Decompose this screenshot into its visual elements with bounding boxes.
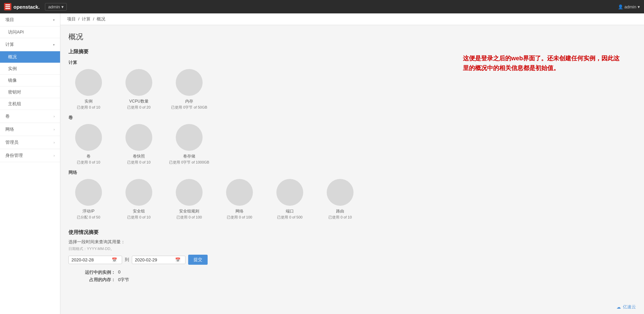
topbar-logo: openstack. [4,3,40,10]
user-icon: 👤 [618,4,623,9]
gauge-value-router: 已使用 0 of 10 [328,215,352,220]
gauge-value-floating-ip: 已分配 0 of 50 [77,215,100,220]
sidebar-admin-label: 管理员 [5,139,18,145]
sidebar-network-label: 网络 [5,126,14,132]
date-row: 📅 到 📅 提交 [68,255,636,265]
end-date-input[interactable] [135,257,175,262]
stats-used-memory: 占用的内存： 0字节 [68,277,636,283]
gauge-circle-port [276,179,303,206]
sidebar-volumes-label: 卷 [5,113,10,119]
gauge-floating-ip: 浮动IP 已分配 0 of 50 [68,179,109,220]
gauge-router: 路由 已使用 0 of 10 [320,179,360,220]
gauge-value-instances: 已使用 0 of 10 [77,105,100,110]
gauge-value-network: 已使用 0 of 100 [227,215,252,220]
date-separator: 到 [125,257,129,263]
sidebar-admin-section[interactable]: 管理员 › [0,136,60,149]
gauge-value-memory: 已使用 0字节 of 50GB [171,105,207,110]
gauge-circle-router [327,179,354,206]
usage-summary-section: 使用情况摘要 选择一段时间来查询其用量： 日期格式：YYYY-MM-DD。 📅 … [68,229,636,283]
logo-text: openstack. [13,4,40,10]
sidebar-item-overview[interactable]: 概况 [0,51,60,63]
svg-rect-2 [5,8,10,9]
gauge-value-volumes: 已使用 0 of 10 [77,160,100,165]
network-gauge-row: 浮动IP 已分配 0 of 50 安全组 已使用 0 of 10 安全组规则 已… [68,179,636,220]
gauge-memory: 内存 已使用 0字节 of 50GB [169,69,209,110]
volumes-gauge-row: 卷 已使用 0 of 10 卷快照 已使用 0 of 10 卷存储 已使用 0字… [68,124,636,165]
gauge-label-snapshots: 卷快照 [133,153,145,159]
page-title: 概况 [68,32,636,42]
gauge-label-volumes: 卷 [87,153,91,159]
topbar-user-chevron: ▾ [638,4,640,9]
calendar-icon-end[interactable]: 📅 [175,257,180,262]
end-date-input-wrap[interactable]: 📅 [132,256,185,264]
topbar-user-menu[interactable]: 👤 admin ▾ [618,4,640,9]
gauge-label-vol-storage: 卷存储 [183,153,195,159]
sidebar-compute-label: 计算 [5,42,14,48]
breadcrumb-overview: 概况 [97,16,105,21]
gauge-circle-memory [176,69,203,96]
gauge-label-port: 端口 [286,208,294,214]
topbar-user-label: admin [625,4,636,9]
sidebar-identity-section[interactable]: 身份管理 › [0,149,60,162]
gauge-circle-instances [75,69,102,96]
gauge-circle-network [226,179,253,206]
sidebar-item-instances[interactable]: 实例 [0,63,60,75]
gauge-volumes: 卷 已使用 0 of 10 [68,124,109,165]
stats-row: 运行中的实例： 0 占用的内存： 0字节 [68,269,636,283]
gauge-label-security-group: 安全组 [133,208,145,214]
limit-summary-section: 上限摘要 计算 实例 已使用 0 of 10 VCPU数量 已使用 0 of 2… [68,49,636,220]
sidebar-network-section[interactable]: 网络 › [0,123,60,136]
network-subsection-title: 网络 [68,170,636,176]
breadcrumb-project: 项目 [67,16,76,21]
gauge-circle-security-group [125,179,152,206]
submit-button[interactable]: 提交 [188,255,208,265]
topbar: openstack. admin ▾ 👤 admin ▾ [0,0,644,13]
sidebar-identity-label: 身份管理 [5,152,23,159]
gauge-value-vcpu: 已使用 0 of 20 [127,105,151,110]
topbar-admin-label: admin [48,4,60,9]
sidebar-compute-section[interactable]: 计算 ▾ [0,38,60,51]
gauge-value-port: 已使用 0 of 500 [277,215,303,220]
compute-gauge-row: 实例 已使用 0 of 10 VCPU数量 已使用 0 of 20 内存 已使用… [68,69,636,110]
chevron-right-icon-net: › [54,128,55,131]
sidebar-volumes-section[interactable]: 卷 › [0,110,60,123]
gauge-circle-security-rules [176,179,203,206]
topbar-admin-dropdown[interactable]: admin ▾ [45,3,66,11]
brand-text: 亿速云 [623,304,636,310]
sidebar-item-hostgroups[interactable]: 主机组 [0,98,60,110]
gauge-value-snapshots: 已使用 0 of 10 [127,160,151,165]
running-instances-value: 0 [118,269,120,275]
chevron-right-icon-identity: › [54,154,55,158]
openstack-icon [4,3,11,10]
gauge-circle-vol-storage [176,124,203,151]
sidebar-project-section[interactable]: 项目 ▾ [0,13,60,26]
start-date-input[interactable] [71,257,112,262]
gauge-value-security-rules: 已使用 0 of 100 [176,215,202,220]
breadcrumb: 项目 / 计算 / 概况 [60,13,644,25]
date-format-hint: 日期格式：YYYY-MM-DD。 [68,246,636,251]
gauge-circle-snapshots [125,124,152,151]
gauge-value-vol-storage: 已使用 0字节 of 1000GB [169,160,209,165]
chevron-down-icon-compute: ▾ [53,43,55,47]
calendar-icon-start[interactable]: 📅 [112,257,117,262]
gauge-vcpu: VCPU数量 已使用 0 of 20 [119,69,159,110]
sidebar-item-keypairs[interactable]: 密钥对 [0,86,60,98]
gauge-circle-vcpu [125,69,152,96]
gauge-value-security-group: 已使用 0 of 10 [127,215,151,220]
svg-rect-0 [5,4,10,5]
chevron-right-icon-vol: › [54,115,55,118]
topbar-admin-chevron: ▾ [61,4,64,9]
start-date-input-wrap[interactable]: 📅 [68,256,122,264]
volumes-subsection-title: 卷 [68,115,636,121]
compute-subsection-title: 计算 [68,60,636,66]
limit-summary-title: 上限摘要 [68,49,636,55]
gauge-security-rules: 安全组规则 已使用 0 of 100 [169,179,209,220]
chevron-down-icon: ▾ [53,18,55,22]
brand-icon: ☁ [616,305,621,310]
used-memory-value: 0字节 [118,277,129,283]
sidebar-item-visit-api[interactable]: 访问API [0,26,60,38]
gauge-snapshots: 卷快照 已使用 0 of 10 [119,124,159,165]
sidebar-item-images[interactable]: 镜像 [0,75,60,86]
used-memory-label: 占用的内存： [68,277,115,283]
date-query-label: 选择一段时间来查询其用量： [68,239,636,245]
